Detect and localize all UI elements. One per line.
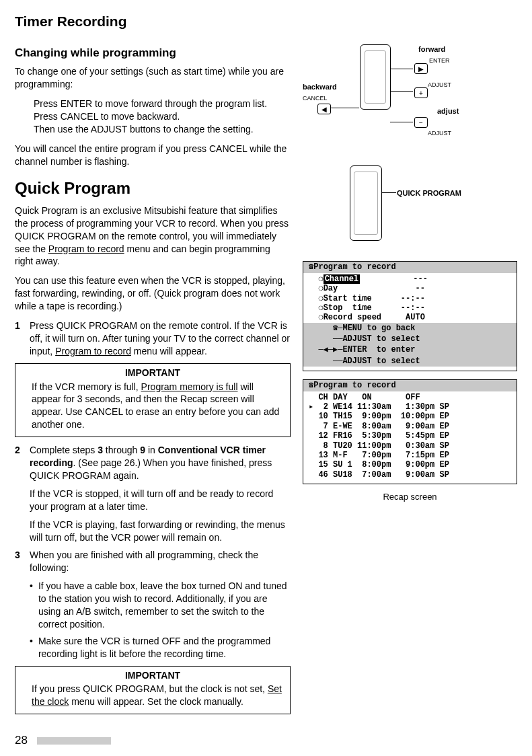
step-2-sub1: If the VCR is stopped, it will turn off … xyxy=(30,488,291,513)
program-screen: ☎Program to record ❍Channel --- ❍Day -- … xyxy=(303,261,517,371)
plus-key-icon: + xyxy=(414,87,428,98)
page-number: 28 xyxy=(15,733,28,749)
step-3-bullets: If you have a cable box, leave the box t… xyxy=(30,580,291,660)
important-box-2: IMPORTANT If you press QUICK PROGRAM, bu… xyxy=(15,666,291,715)
footer-bar xyxy=(37,737,111,745)
cancel-note: You will cancel the entire program if yo… xyxy=(15,143,291,168)
step-2-num: 2 xyxy=(15,444,30,482)
important-box-1: IMPORTANT If the VCR memory is full, Pro… xyxy=(15,363,291,437)
enter-step: Press ENTER to move forward through the … xyxy=(34,98,291,110)
adjust-label-1: ADJUST xyxy=(428,81,451,89)
forward-label: forward xyxy=(418,44,445,54)
quick-program-heading: Quick Program xyxy=(15,178,291,199)
important-2-body: If you press QUICK PROGRAM, but the cloc… xyxy=(32,683,284,708)
step-2-body: Complete steps 3 through 9 in Convention… xyxy=(30,444,291,482)
backward-label: backward xyxy=(303,82,337,92)
page-title: Timer Recording xyxy=(15,12,517,31)
important-1-body: If the VCR memory is full, Program memor… xyxy=(32,381,284,432)
important-2-title: IMPORTANT xyxy=(21,669,284,682)
bullet-1: If you have a cable box, leave the box t… xyxy=(38,580,291,631)
remote-outline xyxy=(360,44,391,110)
remote-diagram-2: QUICK PROGRAM xyxy=(303,165,517,253)
subheading-changing: Changing while programming xyxy=(15,46,291,61)
adjust-label-2: ADJUST xyxy=(428,129,451,137)
quick-p1: Quick Program is an exclusive Mitsubishi… xyxy=(15,204,291,268)
intro-paragraph: To change one of your settings (such as … xyxy=(15,65,291,91)
step-3-body: When you are finished with all programmi… xyxy=(30,549,291,574)
step-1-num: 1 xyxy=(15,319,30,358)
important-1-title: IMPORTANT xyxy=(21,367,284,379)
adjust-bold-label: adjust xyxy=(437,106,459,116)
cancel-key-icon: ◀ xyxy=(317,104,331,114)
remote-diagram-1: backward CANCEL forward ENTER ADJUST adj… xyxy=(303,44,517,145)
quick-program-label: QUICK PROGRAM xyxy=(397,188,461,198)
enter-label: ENTER xyxy=(429,56,450,65)
step-1-body: Press QUICK PROGRAM on the remote contro… xyxy=(30,319,291,358)
remote-outline-2 xyxy=(350,165,382,241)
adjust-step: Then use the ADJUST buttons to change th… xyxy=(34,123,291,136)
cancel-label: CANCEL xyxy=(303,94,328,102)
quick-p2: You can use this feature even when the V… xyxy=(15,274,291,313)
enter-key-icon: ▶ xyxy=(414,63,428,74)
step-3-num: 3 xyxy=(15,549,30,574)
minus-key-icon: − xyxy=(414,117,428,128)
step-2-sub2: If the VCR is playing, fast forwarding o… xyxy=(30,519,291,544)
cancel-step: Press CANCEL to move backward. xyxy=(34,110,291,123)
recap-caption: Recap screen xyxy=(303,491,517,503)
bullet-2: Make sure the VCR is turned OFF and the … xyxy=(38,635,291,660)
recap-screen: ☎Program to record CH DAY ON OFF ▸ 2 WE1… xyxy=(303,379,517,484)
